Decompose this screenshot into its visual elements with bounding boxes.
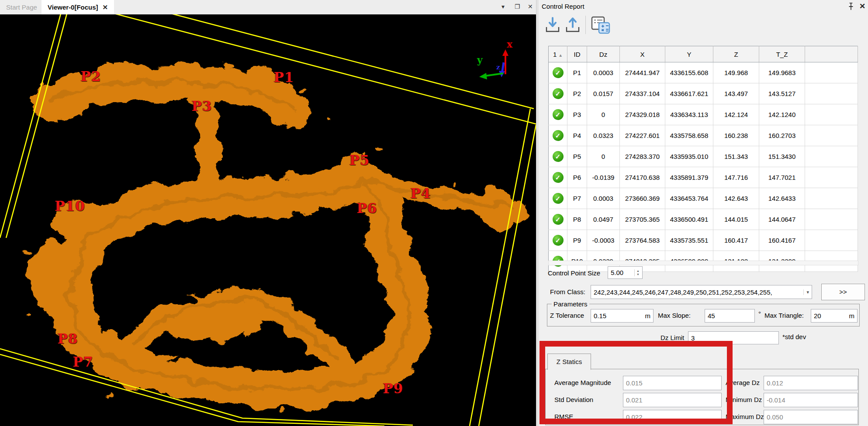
axis-x-label: x (507, 38, 513, 50)
point-cloud (24, 64, 528, 416)
tab-start-page[interactable]: Start Page (0, 0, 43, 14)
spinner: ▲ ▼ (634, 269, 640, 276)
maximum-dz-label: Maximum Dz (726, 413, 764, 420)
panel-close-icon[interactable]: ✕ (859, 2, 865, 11)
control-point-label: P6 (357, 200, 377, 216)
toolbar-separator (585, 16, 586, 34)
status-ok-icon: ✓ (553, 109, 564, 120)
table-row[interactable]: ✓ P40.0323274227.6014335758.658160.23816… (549, 125, 858, 146)
max-slope-label: Max Slope: (658, 312, 691, 319)
tab-z-statics[interactable]: Z Statics (547, 354, 591, 370)
table-horizontal-scrollbar[interactable] (548, 261, 858, 265)
minimum-dz-field[interactable]: -0.014 (764, 393, 858, 407)
average-magnitude-label: Average Magnitude (554, 379, 611, 386)
table-row[interactable]: ✓ P20.0157274337.1044336617.621143.49714… (549, 83, 858, 104)
column-header-tz[interactable]: T_Z (759, 46, 805, 62)
control-point-label: P7 (73, 354, 93, 370)
column-header-dz[interactable]: Dz (587, 46, 620, 62)
axis-indicator: z x y (477, 38, 513, 79)
column-header-index[interactable]: 1▲ (549, 46, 567, 62)
minimum-dz-label: Minimum Dz (726, 396, 762, 403)
column-header-id[interactable]: ID (567, 46, 587, 62)
status-ok-icon: ✓ (553, 67, 564, 78)
average-dz-field[interactable]: 0.012 (764, 376, 858, 390)
tab-menu-icon[interactable]: ▾ (501, 3, 505, 10)
max-triangle-label: Max Triangle: (764, 312, 804, 319)
control-point-label: P4 (411, 186, 431, 201)
average-dz-label: Average Dz (726, 379, 760, 386)
class-expand-button[interactable]: >> (821, 284, 865, 300)
chevron-down-icon[interactable]: ▾ (803, 289, 809, 295)
max-triangle-input[interactable]: 20 m (811, 309, 858, 323)
max-triangle-unit: m (849, 312, 855, 320)
status-ok-icon: ✓ (553, 151, 564, 162)
max-slope-unit: ° (758, 310, 761, 317)
rmse-label: RMSE (554, 413, 573, 420)
table-row[interactable]: ✓ P30274329.0184336343.113142.124142.124… (549, 104, 858, 125)
control-point-label: P8 (58, 331, 78, 347)
z-tolerance-input[interactable]: 0.15 m (591, 309, 654, 323)
status-ok-icon: ✓ (553, 172, 564, 183)
control-point-label: P5 (349, 152, 370, 168)
pin-icon[interactable] (847, 2, 855, 11)
from-class-label: From Class: (550, 288, 585, 295)
spin-up-icon[interactable]: ▲ (636, 269, 640, 273)
dz-limit-label: Dz Limit (661, 334, 684, 341)
rmse-field[interactable]: 0.022 (623, 410, 722, 424)
status-ok-icon: ✓ (553, 235, 564, 246)
control-point-label: P3 (192, 98, 212, 114)
control-point-size-label: Control Point Size (548, 269, 600, 277)
application-window: Start Page Viewer-0[Focus]✕ ▾ ❐ ✕ (0, 0, 868, 426)
from-class-combobox[interactable]: 242,243,244,245,246,247,248,249,250,251,… (591, 285, 812, 299)
column-header-z[interactable]: Z (713, 46, 759, 62)
panel-title: Control Report (542, 3, 584, 10)
tab-viewer-0[interactable]: Viewer-0[Focus]✕ (41, 0, 114, 14)
import-report-icon[interactable] (544, 16, 561, 34)
axis-z-label: z (496, 63, 500, 71)
float-window-icon[interactable]: ❐ (515, 3, 520, 10)
status-ok-icon: ✓ (553, 193, 564, 204)
tab-close-icon[interactable]: ✕ (103, 3, 108, 11)
control-point-size-input[interactable]: 5.00 ▲ ▼ (608, 266, 643, 279)
status-ok-icon: ✓ (553, 130, 564, 141)
table-row[interactable]: ✓ P9-0.0003273764.5834335735.551160.4171… (549, 230, 858, 251)
dz-limit-input[interactable]: 3 (688, 331, 779, 344)
control-report-panel: Control Report ✕ 1▲ (539, 0, 868, 426)
maximum-dz-field[interactable]: 0.050 (764, 410, 858, 424)
axis-y-label: y (477, 54, 483, 65)
column-header-blank[interactable] (805, 46, 858, 62)
statistics-report-icon[interactable] (590, 16, 611, 34)
control-point-label: P10 (55, 198, 85, 214)
table-row[interactable]: ✓ P70.0003273660.3694336453.764142.64314… (549, 188, 858, 209)
std-deviation-field[interactable]: 0.021 (623, 393, 722, 407)
close-viewer-icon[interactable]: ✕ (528, 3, 533, 10)
table-row[interactable]: ✓ P6-0.0139274170.6384335891.379147.7161… (549, 167, 858, 188)
std-deviation-label: Std Deviation (554, 396, 593, 403)
control-point-label: P2 (81, 69, 101, 84)
table-row[interactable]: ✓ P50274283.3704335935.010151.343151.343… (549, 146, 858, 167)
average-magnitude-field[interactable]: 0.015 (623, 376, 722, 390)
control-point-label: P9 (383, 381, 404, 396)
parameters-group-title: Parameters (552, 300, 589, 308)
status-ok-icon: ✓ (553, 214, 564, 225)
table-header-row: 1▲ ID Dz X Y Z T_Z (549, 46, 858, 62)
sort-ascending-icon: ▲ (558, 53, 563, 58)
max-slope-input[interactable]: 45 (705, 309, 755, 323)
control-point-table: 1▲ ID Dz X Y Z T_Z ✓ P10.0003274441.9474… (548, 46, 858, 272)
z-tolerance-unit: m (645, 312, 651, 320)
column-header-y[interactable]: Y (665, 46, 713, 62)
column-header-x[interactable]: X (620, 46, 665, 62)
export-report-icon[interactable] (564, 16, 581, 34)
status-ok-icon: ✓ (553, 88, 564, 99)
viewer-tab-bar: Start Page Viewer-0[Focus]✕ ▾ ❐ ✕ (0, 0, 536, 14)
control-point-label: P1 (274, 69, 294, 85)
z-tolerance-label: Z Tolerance (550, 312, 584, 319)
point-cloud-viewer[interactable]: z x y P1 P2 P3 P4 P5 P6 P7 P8 P9 P10 (0, 14, 536, 426)
table-row[interactable]: ✓ P10.0003274441.9474336155.608149.96814… (549, 62, 858, 83)
spin-down-icon[interactable]: ▼ (636, 273, 640, 276)
dz-limit-suffix: *std dev (782, 333, 806, 340)
tab-viewer-0-label: Viewer-0[Focus] (48, 3, 98, 11)
table-row[interactable]: ✓ P80.0497273705.3654336500.491144.01514… (549, 209, 858, 230)
